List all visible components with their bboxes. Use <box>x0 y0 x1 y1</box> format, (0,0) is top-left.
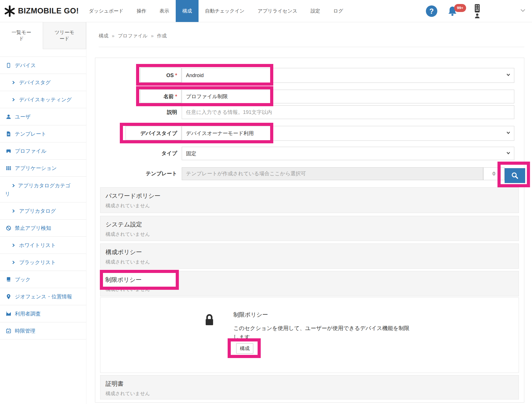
os-label: OS* <box>95 68 177 83</box>
nav-item-auto-checkin[interactable]: 自動チェックイン <box>199 0 251 22</box>
device-type-label: デバイスタイプ <box>95 126 177 141</box>
section-title: 証明書 <box>106 380 519 388</box>
sidebar-item-blacklist[interactable]: ブラックリスト <box>0 254 86 271</box>
sidebar-item-device[interactable]: デバイス <box>0 57 86 74</box>
calendar-check-icon <box>6 328 11 334</box>
section-title: システム設定 <box>106 220 519 228</box>
sidebar-item-label: テンプレート <box>15 130 46 137</box>
sidebar-item-label: ジオフェンス・位置情報 <box>15 293 72 300</box>
chevron-down-icon <box>505 130 511 137</box>
tab-tree-mode[interactable]: ツリーモード <box>43 22 86 49</box>
sidebar-item-profile[interactable]: プロファイル <box>0 142 86 160</box>
restriction-policy-detail-title: 制限ポリシー <box>233 311 268 319</box>
sidebar-menu: デバイス デバイスタグ デバイスキッティング ユーザ <box>0 57 86 339</box>
ban-icon <box>6 225 11 231</box>
chevron-right-icon <box>11 260 16 265</box>
document-icon <box>6 131 11 137</box>
sidebar-item-device-kitting[interactable]: デバイスキッティング <box>0 91 86 108</box>
chevron-right-icon <box>11 80 16 85</box>
sidebar: 一覧モード ツリーモード デバイス デバイスタグ デバイスキッティング <box>0 22 86 404</box>
type-label: タイプ <box>95 147 177 160</box>
nav-item-dashboard[interactable]: ダッシュボード <box>82 0 130 22</box>
nav-item-operations[interactable]: 操作 <box>130 0 153 22</box>
tab-list-mode-label: 一覧モード <box>11 29 32 42</box>
section-restriction-policy[interactable]: 制限ポリシー 構成されていません <box>100 271 519 296</box>
section-certificate[interactable]: 証明書 構成されていません <box>100 375 519 399</box>
main-menu: ダッシュボード 操作 表示 構成 自動チェックイン アプリライセンス 設定 ログ <box>82 0 350 22</box>
profile-create-panel: OS* 名前* 説明 デバイスタイプ タイプ テンプレート Android デバ… <box>95 58 524 403</box>
sidebar-item-app-catalog[interactable]: アプリカタログ <box>0 202 86 220</box>
sidebar-item-time-limit-management[interactable]: 時限管理 <box>0 322 86 339</box>
name-input[interactable] <box>182 90 514 103</box>
restriction-policy-detail: 制限ポリシー このセクションを使用して、ユーザーが使用できるデバイス機能を制限し… <box>100 297 519 373</box>
sidebar-item-label: デバイスタグ <box>19 79 51 86</box>
restriction-policy-description: このセクションを使用して、ユーザーが使用できるデバイス機能を制限します <box>233 324 414 341</box>
description-input[interactable] <box>182 105 514 119</box>
sidebar-item-device-tag[interactable]: デバイスタグ <box>0 74 86 91</box>
sidebar-item-label: アプリケーション <box>15 165 57 172</box>
breadcrumb-configuration[interactable]: 構成 <box>99 33 108 39</box>
sidebar-item-label: デバイス <box>15 62 36 69</box>
section-password-policy[interactable]: パスワードポリシー 構成されていません <box>100 187 519 213</box>
sidebar-item-label: ブック <box>15 276 31 283</box>
sidebar-item-banned-app-detection[interactable]: 禁止アプリ検知 <box>0 220 86 237</box>
main-content: 構成 » プロファイル » 作成 OS* 名前* 説明 デバイスタイプ タイプ … <box>86 22 532 404</box>
sidebar-item-book[interactable]: ブック <box>0 271 86 288</box>
tab-list-mode[interactable]: 一覧モード <box>0 22 43 49</box>
section-status: 構成されていません <box>106 231 519 238</box>
section-status: 構成されていません <box>106 390 519 397</box>
sidebar-item-user-survey[interactable]: 利用者調査 <box>0 305 86 322</box>
sidebar-item-whitelist[interactable]: ホワイトリスト <box>0 237 86 254</box>
brand-logo[interactable]: BIZMOBILE GO! <box>4 5 79 17</box>
template-search-button[interactable] <box>505 168 525 183</box>
nav-item-settings[interactable]: 設定 <box>304 0 327 22</box>
phone-icon <box>474 4 480 13</box>
section-status: 構成されていません <box>106 202 519 209</box>
sidebar-item-application[interactable]: アプリケーション <box>0 160 86 177</box>
nav-item-configuration[interactable]: 構成 <box>176 0 199 22</box>
device-type-select[interactable]: デバイスオーナーモード利用 <box>182 126 514 141</box>
type-select[interactable]: 固定 <box>182 147 514 160</box>
os-select-value: Android <box>186 73 204 79</box>
asterisk-logo-icon <box>4 5 15 17</box>
account-chevron-down-icon[interactable] <box>520 9 525 14</box>
configure-button[interactable]: 構成 <box>236 343 253 354</box>
section-configuration-policy[interactable]: 構成ポリシー 構成されていません <box>100 244 519 269</box>
lock-icon <box>203 312 216 328</box>
sidebar-item-geofence-location[interactable]: ジオフェンス・位置情報 <box>0 288 86 305</box>
sidebar-item-app-catalog-category[interactable]: アプリカタログカテゴリ <box>0 177 86 202</box>
required-asterisk: * <box>175 94 177 99</box>
bizmobile-go-app: { "navbar": { "brand": "BIZMOBILE GO!", … <box>0 0 532 404</box>
section-title: 構成ポリシー <box>106 248 519 256</box>
sidebar-item-label: ブラックリスト <box>19 259 56 266</box>
type-select-value: 固定 <box>186 150 196 157</box>
sidebar-item-label: 禁止アプリ検知 <box>15 225 51 232</box>
device-type-select-value: デバイスオーナーモード利用 <box>186 130 254 137</box>
sidebar-item-label: 利用者調査 <box>15 310 41 317</box>
nav-item-log[interactable]: ログ <box>327 0 350 22</box>
os-select[interactable]: Android <box>182 68 514 83</box>
breadcrumb-profile[interactable]: プロファイル <box>118 33 147 39</box>
device-icon <box>6 63 11 68</box>
apps-grid-icon <box>6 165 11 171</box>
section-title: 制限ポリシー <box>106 276 519 284</box>
breadcrumb-create: 作成 <box>157 33 167 39</box>
section-system-settings[interactable]: システム設定 構成されていません <box>100 216 519 241</box>
template-count: 0 <box>483 167 505 180</box>
nav-item-app-license[interactable]: アプリライセンス <box>251 0 304 22</box>
device-user-status-icon[interactable] <box>474 4 481 18</box>
chevron-right-icon <box>11 97 16 102</box>
chevron-right-icon <box>11 209 16 213</box>
sidebar-item-label: 時限管理 <box>15 327 35 334</box>
sidebar-item-template[interactable]: テンプレート <box>0 125 86 142</box>
required-asterisk: * <box>175 73 177 78</box>
sidebar-item-user[interactable]: ユーザ <box>0 108 86 125</box>
sidebar-item-label: プロファイル <box>15 148 46 154</box>
breadcrumb-separator: » <box>151 33 153 39</box>
description-label: 説明 <box>95 105 177 119</box>
template-input[interactable] <box>182 167 483 180</box>
help-icon[interactable]: ? <box>426 5 437 17</box>
chevron-right-icon <box>11 243 16 248</box>
section-status: 構成されていません <box>106 286 519 293</box>
nav-item-view[interactable]: 表示 <box>153 0 176 22</box>
